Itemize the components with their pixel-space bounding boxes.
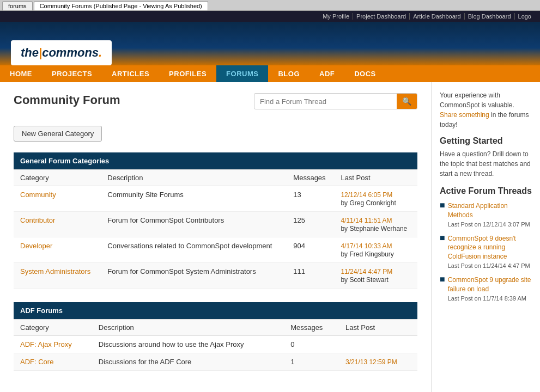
thread-date: Last Post on 12/12/14 3:07 PM: [448, 221, 532, 228]
category-cell: System Administrators: [14, 263, 101, 289]
nav-adf[interactable]: ADF: [310, 65, 344, 82]
logo-dot: .: [99, 46, 102, 59]
category-cell: Contributor: [14, 212, 101, 237]
lastpost-cell: 11/24/14 4:47 PM by Scott Stewart: [334, 263, 417, 289]
last-post-date-link[interactable]: 4/17/14 10:33 AM: [341, 242, 392, 250]
getting-started-title: Getting Started: [440, 136, 532, 146]
general-forum-table: Category Description Messages Last Post …: [14, 169, 417, 289]
adf-col-messages: Messages: [284, 320, 339, 336]
messages-cell: 125: [287, 212, 334, 237]
thread-bullet: ■: [440, 200, 445, 210]
adf-forum-table: Category Description Messages Last Post …: [14, 319, 417, 371]
nav-docs[interactable]: DOCS: [344, 65, 386, 82]
messages-cell: 111: [287, 263, 334, 289]
search-button[interactable]: 🔍: [397, 94, 417, 109]
last-post-date-link[interactable]: 3/21/13 12:59 PM: [345, 358, 397, 366]
category-link[interactable]: Community: [20, 191, 56, 199]
active-threads-title: Active Forum Threads: [440, 186, 532, 196]
lastpost-cell: 4/11/14 11:51 AM by Stephanie Werhane: [334, 212, 417, 237]
tab2[interactable]: Community Forums (Published Page - Viewi…: [34, 1, 208, 10]
thread-date: Last Post on 11/24/14 4:47 PM: [448, 262, 532, 269]
sidebar-share-link[interactable]: Share something: [440, 111, 489, 119]
sidebar-intro: Your experience with CommonSpot is valua…: [440, 90, 532, 130]
getting-started-text: Have a question? Drill down to the topic…: [440, 149, 532, 179]
nav-home[interactable]: HOME: [0, 65, 42, 82]
nav-blog[interactable]: BLOG: [268, 65, 310, 82]
search-bar: 🔍: [254, 93, 417, 109]
lastpost-cell: [339, 336, 417, 353]
thread-bullet: ■: [440, 233, 445, 243]
description-cell: Forum for CommonSpot Contributors: [101, 212, 287, 237]
tab1[interactable]: forums: [2, 1, 33, 10]
category-cell: Developer: [14, 237, 101, 263]
browser-tabs: forums Community Forums (Published Page …: [0, 0, 540, 11]
thread-content: Standard Application Methods Last Post o…: [448, 201, 532, 228]
page-title: Community Forum: [14, 93, 120, 107]
table-row: ADF: Ajax Proxy Discussions around how t…: [14, 336, 417, 353]
category-cell: Community: [14, 186, 101, 212]
category-cell: ADF: Core: [14, 353, 92, 371]
category-link[interactable]: Contributor: [20, 216, 55, 224]
adf-col-category: Category: [14, 320, 92, 336]
search-input[interactable]: [254, 94, 397, 109]
logo-separator: |: [39, 46, 42, 59]
category-link[interactable]: ADF: Ajax Proxy: [20, 340, 72, 348]
adf-forum-table-title: ADF Forums: [14, 302, 417, 319]
adf-col-lastpost: Last Post: [339, 320, 417, 336]
category-link[interactable]: Developer: [20, 242, 52, 250]
col-messages: Messages: [287, 170, 334, 186]
lastpost-cell: 3/21/13 12:59 PM: [339, 353, 417, 371]
category-link[interactable]: System Administrators: [20, 267, 90, 275]
project-dashboard-link[interactable]: Project Dashboard: [353, 13, 410, 20]
description-cell: Discussions around how to use the Ajax P…: [92, 336, 284, 353]
lastpost-cell: 4/17/14 10:33 AM by Fred Kingsbury: [334, 237, 417, 263]
last-post-date-link[interactable]: 4/11/14 11:51 AM: [341, 217, 392, 224]
top-nav: My Profile Project Dashboard Article Das…: [0, 11, 540, 22]
general-forum-table-wrapper: General Forum Categories Category Descri…: [14, 152, 417, 289]
new-category-button[interactable]: New General Category: [14, 126, 102, 142]
col-description: Description: [101, 170, 287, 186]
description-cell: Conversations related to CommonSpot deve…: [101, 237, 287, 263]
thread-item: ■ CommonSpot 9 doesn't recognize a runni…: [440, 234, 532, 269]
messages-cell: 1: [284, 353, 339, 371]
thread-bullet: ■: [440, 274, 445, 284]
category-link[interactable]: ADF: Core: [20, 358, 53, 366]
blog-dashboard-link[interactable]: Blog Dashboard: [465, 13, 515, 20]
last-post-date-link[interactable]: 12/12/14 6:05 PM: [341, 191, 392, 199]
my-profile-link[interactable]: My Profile: [319, 13, 353, 20]
main-layout: Community Forum 🔍 New General Category G…: [0, 82, 540, 392]
thread-link[interactable]: CommonSpot 9 doesn't recognize a running…: [448, 235, 516, 261]
thread-item: ■ CommonSpot 9 upgrade site failure on l…: [440, 275, 532, 302]
col-lastpost: Last Post: [334, 170, 417, 186]
description-cell: Forum for CommonSpot System Administrato…: [101, 263, 287, 289]
thread-content: CommonSpot 9 doesn't recognize a running…: [448, 234, 532, 269]
description-cell: Discussions for the ADF Core: [92, 353, 284, 371]
content-area: Community Forum 🔍 New General Category G…: [0, 82, 431, 392]
adf-forum-table-wrapper: ADF Forums Category Description Messages…: [14, 302, 417, 371]
nav-articles[interactable]: ARTICLES: [102, 65, 159, 82]
lastpost-cell: 12/12/14 6:05 PM by Greg Cronkright: [334, 186, 417, 212]
table-row: ADF: Core Discussions for the ADF Core 1…: [14, 353, 417, 371]
nav-forums[interactable]: FORUMS: [216, 65, 268, 82]
category-cell: ADF: Ajax Proxy: [14, 336, 92, 353]
thread-link[interactable]: CommonSpot 9 upgrade site failure on loa…: [448, 276, 531, 293]
table-row: Community Community Site Forums 13 12/12…: [14, 186, 417, 212]
nav-projects[interactable]: PROJECTS: [42, 65, 102, 82]
main-nav: HOME PROJECTS ARTICLES PROFILES FORUMS B…: [0, 65, 540, 82]
article-dashboard-link[interactable]: Article Dashboard: [410, 13, 464, 20]
table-row: Contributor Forum for CommonSpot Contrib…: [14, 212, 417, 237]
nav-profiles[interactable]: PROFILES: [159, 65, 216, 82]
sidebar: Your experience with CommonSpot is valua…: [431, 82, 540, 392]
messages-cell: 13: [287, 186, 334, 212]
last-post-date-link[interactable]: 11/24/14 4:47 PM: [341, 268, 392, 275]
thread-item: ■ Standard Application Methods Last Post…: [440, 201, 532, 228]
logo-nav-link[interactable]: Logo: [515, 13, 535, 20]
thread-content: CommonSpot 9 upgrade site failure on loa…: [448, 275, 532, 302]
site-logo: the|commons.: [11, 40, 112, 65]
table-row: Developer Conversations related to Commo…: [14, 237, 417, 263]
thread-link[interactable]: Standard Application Methods: [448, 202, 508, 219]
adf-col-description: Description: [92, 320, 284, 336]
header: the|commons.: [0, 22, 540, 65]
messages-cell: 904: [287, 237, 334, 263]
general-forum-table-title: General Forum Categories: [14, 152, 417, 169]
